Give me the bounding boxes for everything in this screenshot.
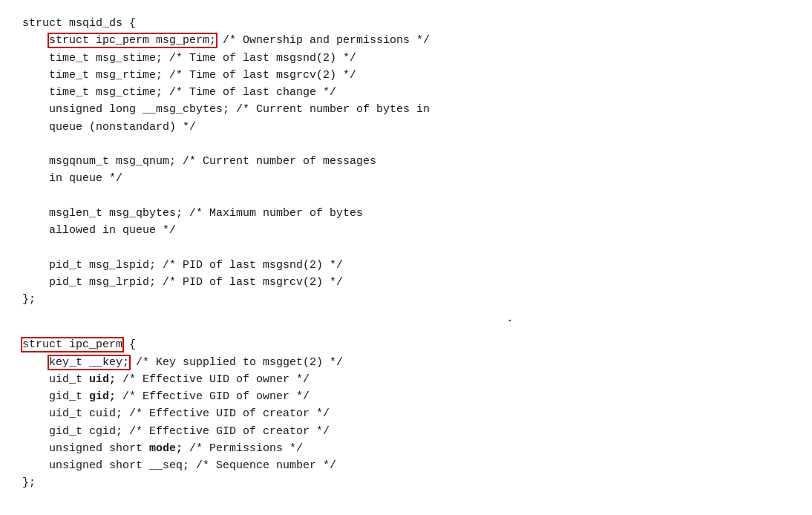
struct1-field-msg-perm: struct ipc_perm msg_perm; /* Ownership a… bbox=[22, 32, 790, 49]
struct1-header: struct msqid_ds { bbox=[22, 15, 790, 32]
uid-bold: uid; bbox=[89, 373, 116, 386]
code-display: struct msqid_ds { struct ipc_perm msg_pe… bbox=[22, 15, 790, 492]
struct2-header: struct ipc_perm { bbox=[22, 336, 790, 353]
struct2-field-seq: unsigned short __seq; /* Sequence number… bbox=[22, 457, 790, 474]
struct2-field-cgid: gid_t cgid; /* Effective GID of creator … bbox=[22, 423, 790, 440]
struct1-footer: }; bbox=[22, 291, 790, 308]
struct2-field-mode: unsigned short mode; /* Permissions */ bbox=[22, 440, 790, 457]
struct1-blank3 bbox=[22, 239, 790, 256]
struct1-field-msg-qnum-cont: in queue */ bbox=[22, 170, 790, 187]
mode-bold: mode; bbox=[149, 442, 183, 455]
highlight-struct2-header: struct ipc_perm bbox=[22, 338, 122, 351]
dot-separator: . bbox=[230, 308, 790, 330]
struct1-field-msg-ctime: time_t msg_ctime; /* Time of last change… bbox=[22, 84, 790, 101]
struct1-field-msg-rtime: time_t msg_rtime; /* Time of last msgrcv… bbox=[22, 67, 790, 84]
struct-msqid-ds: struct msqid_ds { struct ipc_perm msg_pe… bbox=[22, 15, 790, 308]
struct-ipc-perm: struct ipc_perm { key_t __key; /* Key su… bbox=[22, 336, 790, 491]
struct2-footer: }; bbox=[22, 474, 790, 491]
struct1-field-msg-lspid: pid_t msg_lspid; /* PID of last msgsnd(2… bbox=[22, 257, 790, 274]
struct2-field-key: key_t __key; /* Key supplied to msgget(2… bbox=[22, 354, 790, 371]
highlight-ipc-perm: struct ipc_perm msg_perm; bbox=[49, 34, 216, 47]
struct1-field-msg-qbytes-cont: allowed in queue */ bbox=[22, 222, 790, 239]
highlight-key-field: key_t __key; bbox=[49, 356, 129, 369]
struct1-blank2 bbox=[22, 188, 790, 205]
struct1-field-msg-cbytes: unsigned long __msg_cbytes; /* Current n… bbox=[22, 101, 790, 118]
struct1-field-msg-qnum: msgqnum_t msg_qnum; /* Current number of… bbox=[22, 153, 790, 170]
struct1-field-msg-qbytes: msglen_t msg_qbytes; /* Maximum number o… bbox=[22, 205, 790, 222]
struct1-blank1 bbox=[22, 136, 790, 153]
struct2-field-uid: uid_t uid; /* Effective UID of owner */ bbox=[22, 371, 790, 388]
gid-bold: gid; bbox=[89, 390, 116, 403]
struct2-field-gid: gid_t gid; /* Effective GID of owner */ bbox=[22, 388, 790, 405]
struct1-field-msg-lrpid: pid_t msg_lrpid; /* PID of last msgrcv(2… bbox=[22, 274, 790, 291]
struct2-field-cuid: uid_t cuid; /* Effective UID of creator … bbox=[22, 405, 790, 422]
struct1-field-msg-stime: time_t msg_stime; /* Time of last msgsnd… bbox=[22, 50, 790, 67]
struct1-field-msg-cbytes-cont: queue (nonstandard) */ bbox=[22, 119, 790, 136]
